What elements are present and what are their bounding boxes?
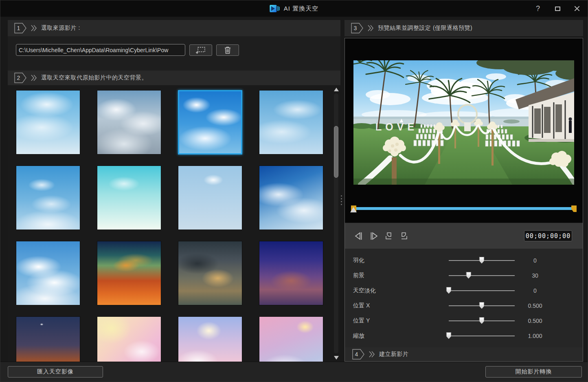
sky-thumbnail-10[interactable] — [97, 241, 161, 305]
sky-thumbnail-11[interactable] — [178, 241, 242, 305]
sky-thumbnail-1[interactable] — [16, 90, 80, 155]
sky-gallery — [8, 85, 340, 362]
add-clip-button[interactable] — [189, 44, 212, 56]
feather-slider-thumb[interactable] — [479, 257, 485, 264]
svg-text:4: 4 — [355, 351, 358, 358]
slider-row-foreground: 前景 30 — [345, 268, 583, 283]
mark-out-icon — [399, 231, 409, 241]
scale-slider[interactable] — [449, 331, 515, 340]
trim-range[interactable] — [351, 207, 577, 210]
svg-text:3: 3 — [354, 25, 357, 31]
adjustment-sliders: 羽化 0 前景 30 天空淡化 — [345, 249, 583, 347]
sky-thumbnail-13[interactable] — [16, 316, 80, 362]
sky-fade-value: 0 — [515, 287, 555, 294]
add-clip-icon — [195, 46, 206, 54]
step2-badge: 2 — [14, 73, 26, 83]
help-icon[interactable]: ? — [534, 4, 542, 13]
position-x-label: 位置 X — [353, 302, 449, 309]
sky-thumbnail-16[interactable] — [259, 316, 323, 362]
delete-clip-button[interactable] — [216, 44, 239, 56]
close-icon[interactable] — [573, 4, 581, 13]
previous-frame-icon — [353, 231, 364, 241]
position-x-value: 0.500 — [515, 303, 555, 309]
position-y-label: 位置 Y — [353, 317, 449, 325]
step3-label: 預覽結果並調整設定 (僅限逐格預覽) — [378, 24, 472, 32]
app-logo-icon — [270, 4, 280, 13]
scrollbar-thumb[interactable] — [334, 126, 338, 178]
mark-out-button[interactable] — [398, 230, 410, 242]
next-frame-button[interactable] — [368, 230, 380, 242]
left-panel: 1 選取來源影片 : — [8, 20, 340, 362]
slider-row-position-y: 位置 Y 0.500 — [345, 313, 583, 328]
preview-panel: LOVE — [344, 38, 583, 362]
trash-icon — [224, 46, 231, 54]
sky-thumbnail-7[interactable] — [178, 166, 242, 230]
sky-thumbnail-3[interactable] — [178, 90, 242, 155]
step3-header: 3 預覽結果並調整設定 (僅限逐格預覽) — [344, 20, 583, 36]
step2-header: 2 選取天空來取代原始影片中的天空背景。 — [8, 71, 340, 85]
sky-thumbnail-14[interactable] — [97, 316, 161, 362]
position-x-slider-thumb[interactable] — [479, 302, 485, 309]
sky-thumbnail-8[interactable] — [259, 166, 323, 230]
preview-image: LOVE — [353, 60, 574, 185]
foreground-slider[interactable] — [449, 271, 515, 280]
step3-badge: 3 — [351, 23, 363, 33]
sky-thumbnail-9[interactable] — [16, 241, 80, 305]
preview-scene: LOVE — [353, 60, 574, 185]
position-x-slider[interactable] — [449, 301, 515, 310]
step2-label: 選取天空來取代原始影片中的天空背景。 — [41, 74, 147, 82]
previous-frame-button[interactable] — [353, 230, 364, 242]
playhead-marker[interactable] — [350, 207, 357, 212]
mark-in-button[interactable] — [383, 230, 395, 242]
step4-badge: 4 — [352, 349, 364, 360]
foreground-slider-thumb[interactable] — [466, 272, 471, 279]
slider-row-feather: 羽化 0 — [345, 253, 583, 268]
sky-thumbnail-12[interactable] — [259, 241, 323, 305]
sky-thumbnail-5[interactable] — [16, 166, 80, 230]
step4-label: 建立新影片 — [379, 351, 409, 358]
scroll-down-icon[interactable] — [333, 354, 340, 361]
foreground-value: 30 — [515, 272, 555, 279]
slider-row-scale: 縮放 1.000 — [345, 328, 583, 343]
start-conversion-button[interactable]: 開始影片轉換 — [485, 366, 582, 378]
chevrons-icon — [31, 73, 37, 83]
scroll-up-icon[interactable] — [333, 86, 340, 93]
mark-in-icon — [384, 231, 394, 241]
panel-splitter[interactable] — [341, 195, 342, 205]
title-group: AI 置換天空 — [270, 0, 318, 17]
step1-badge: 1 — [14, 23, 26, 33]
scale-label: 縮放 — [353, 332, 449, 340]
scale-value: 1.000 — [515, 333, 555, 339]
sky-fade-slider[interactable] — [449, 286, 515, 295]
slider-row-sky-fade: 天空淡化 0 — [345, 283, 583, 298]
step1-header: 1 選取來源影片 : — [8, 20, 340, 36]
ai-sky-replacement-dialog: AI 置換天空 ? 1 選取來源影片 : — [0, 0, 588, 382]
playback-controls — [353, 223, 410, 249]
window-controls: ? — [534, 0, 581, 17]
feather-value: 0 — [515, 257, 555, 264]
footer-bar: 匯入天空影像 開始影片轉換 — [0, 362, 588, 382]
timecode-display: 00;00;00;00 — [524, 230, 572, 241]
trim-bar[interactable] — [351, 204, 577, 213]
source-path-input[interactable] — [16, 44, 185, 56]
playback-bar: 00;00;00;00 — [345, 223, 583, 249]
sky-thumbnail-2[interactable] — [97, 90, 161, 155]
position-y-slider[interactable] — [449, 316, 515, 325]
chevrons-icon — [31, 23, 37, 33]
sky-thumbnail-15[interactable] — [178, 316, 242, 362]
sky-thumbnail-4[interactable] — [259, 90, 323, 155]
position-y-value: 0.500 — [515, 318, 555, 324]
preview-area: LOVE — [345, 38, 583, 223]
gallery-scrollbar[interactable] — [333, 86, 340, 361]
position-y-slider-thumb[interactable] — [479, 317, 485, 324]
window-title: AI 置換天空 — [284, 5, 318, 13]
feather-slider[interactable] — [449, 256, 515, 265]
love-text: LOVE — [375, 121, 418, 132]
sky-thumbnail-6[interactable] — [97, 166, 161, 230]
trim-end-handle[interactable] — [571, 205, 577, 212]
step1-label: 選取來源影片 : — [41, 24, 80, 32]
titlebar[interactable]: AI 置換天空 ? — [0, 0, 588, 17]
import-sky-button[interactable]: 匯入天空影像 — [8, 366, 103, 378]
slider-row-position-x: 位置 X 0.500 — [345, 298, 583, 313]
maximize-icon[interactable] — [553, 4, 562, 13]
